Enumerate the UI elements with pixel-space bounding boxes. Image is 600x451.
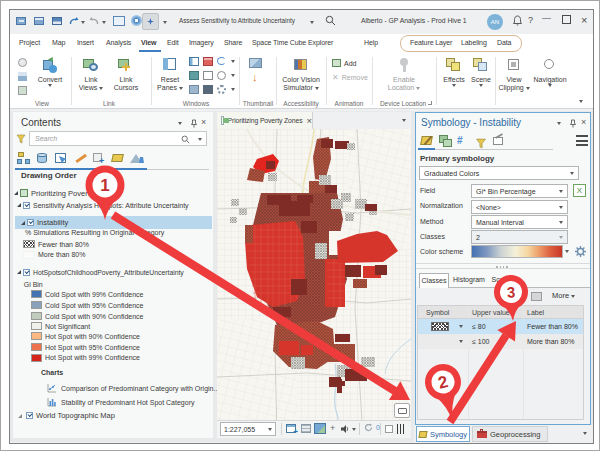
link-views-button[interactable]: LinkViews bbox=[75, 57, 107, 92]
map-tab[interactable]: Prioritizing Poverty Zones × bbox=[217, 112, 313, 129]
maximize-button[interactable] bbox=[562, 15, 571, 24]
normalization-select[interactable]: <None> bbox=[471, 200, 568, 214]
help-button[interactable]: ? bbox=[528, 15, 533, 25]
symbology-menu-icon[interactable] bbox=[576, 135, 588, 146]
tab-help[interactable]: Help bbox=[364, 39, 378, 46]
tab-view[interactable]: View bbox=[141, 39, 156, 46]
minimize-button[interactable]: — bbox=[542, 13, 551, 23]
layer-checkbox[interactable] bbox=[23, 269, 30, 276]
col-label[interactable]: Label bbox=[527, 309, 544, 316]
bottom-tabs-dropdown-icon[interactable] bbox=[583, 432, 587, 435]
more-button[interactable]: More bbox=[552, 291, 575, 300]
scene-button[interactable]: Scene bbox=[469, 57, 493, 87]
command-search-dropdown-icon[interactable] bbox=[310, 21, 314, 24]
map-overflow-button[interactable] bbox=[394, 403, 410, 418]
chart-row-comparison[interactable]: Comparison of Predominant Category with … bbox=[47, 383, 219, 393]
close-button[interactable]: × bbox=[581, 14, 587, 26]
contents-dock-icon[interactable] bbox=[178, 122, 182, 125]
symbology-tab-vary[interactable] bbox=[439, 135, 452, 147]
notifications-bell-icon[interactable] bbox=[512, 15, 523, 27]
qat-overflow-icon[interactable] bbox=[163, 21, 167, 24]
map-scale-select[interactable]: 1:227,055 bbox=[220, 422, 276, 436]
qat-save-icon[interactable] bbox=[52, 17, 62, 25]
windows-row3-dropdown-icon[interactable] bbox=[231, 88, 235, 91]
catalog-pane-icon[interactable] bbox=[189, 71, 199, 80]
legend-row-fewer[interactable]: Fewer than 80% bbox=[23, 239, 89, 249]
map-tabbar-dropdown-icon[interactable] bbox=[402, 119, 406, 122]
status-add-view-icon[interactable]: + bbox=[286, 424, 296, 433]
search-pane-icon[interactable] bbox=[217, 71, 226, 80]
contents-tab-drawing-order[interactable] bbox=[17, 152, 32, 165]
effects-button[interactable]: Effects bbox=[440, 57, 468, 87]
status-speaker-dropdown-icon[interactable] bbox=[352, 428, 356, 431]
tab-imagery[interactable]: Imagery bbox=[189, 39, 214, 46]
symbology-close-icon[interactable]: × bbox=[581, 117, 586, 127]
status-barcode-icon[interactable] bbox=[397, 424, 406, 434]
view-small-icon-1[interactable] bbox=[18, 58, 27, 67]
status-grid-icon[interactable] bbox=[301, 424, 311, 433]
contents-tab-labeling[interactable] bbox=[112, 152, 125, 165]
color-scheme-select[interactable] bbox=[471, 245, 563, 258]
contents-close-icon[interactable]: × bbox=[201, 117, 206, 127]
status-crosshair-icon[interactable]: + bbox=[330, 423, 335, 433]
classes-row-1[interactable]: ≤ 80 Fewer than 80% bbox=[418, 319, 583, 334]
expander-icon[interactable] bbox=[21, 221, 25, 225]
command-search[interactable]: Assess Sensitivity to Attribute Uncertai… bbox=[179, 17, 295, 24]
tab-data[interactable]: Data bbox=[497, 39, 511, 46]
enable-location-button[interactable]: EnableLocation bbox=[379, 57, 429, 92]
map-tab-close-icon[interactable]: × bbox=[306, 115, 312, 126]
symbology-tab-filter[interactable] bbox=[475, 135, 488, 147]
classes-select[interactable]: 2 bbox=[471, 230, 568, 244]
symbology-tab-primary[interactable] bbox=[421, 135, 434, 147]
qat-new-icon[interactable] bbox=[16, 17, 26, 25]
bottom-tab-symbology[interactable]: Symbology bbox=[416, 426, 470, 442]
color-scheme-gear-icon[interactable] bbox=[574, 245, 587, 258]
status-speaker-icon[interactable] bbox=[340, 424, 350, 434]
method-select[interactable]: Manual Interval bbox=[471, 215, 568, 229]
undo-dropdown-icon[interactable] bbox=[81, 21, 85, 24]
thumbnail-icon[interactable] bbox=[249, 58, 262, 68]
contents-tab-data-source[interactable] bbox=[36, 152, 49, 165]
view-small-icon-2[interactable] bbox=[18, 72, 27, 81]
thumbnail-download-icon[interactable]: ↓ bbox=[252, 71, 259, 83]
tab-space-time-cube-explorer[interactable]: Space Time Cube Explorer bbox=[252, 39, 333, 46]
qat-locate-icon[interactable] bbox=[131, 15, 142, 26]
convert-button[interactable]: Convert bbox=[35, 57, 65, 87]
layer-row-group[interactable]: Sensitivity Analysis Hotspots: Attribute… bbox=[17, 200, 189, 210]
contents-search-icon[interactable] bbox=[181, 135, 190, 144]
field-select[interactable]: Gi* Bin Percentage bbox=[471, 184, 568, 198]
expander-icon[interactable] bbox=[17, 270, 21, 274]
tab-classes[interactable]: Classes bbox=[419, 273, 449, 288]
tab-histogram[interactable]: Histogram bbox=[451, 273, 487, 288]
layer-checkbox[interactable] bbox=[23, 202, 30, 209]
windows-row1-dropdown-icon[interactable] bbox=[231, 60, 235, 63]
symbology-tab-labels[interactable] bbox=[493, 135, 506, 147]
legend-row-more[interactable]: More than 80% bbox=[23, 250, 85, 260]
color-scheme-dropdown-icon[interactable] bbox=[565, 250, 569, 253]
legend-row-gibin-4[interactable]: Hot Spot with 90% Confidence bbox=[31, 331, 140, 341]
status-refresh-icon[interactable]: 0 bbox=[364, 423, 380, 434]
navigation-button[interactable]: Navigation bbox=[532, 57, 568, 87]
primary-symbology-select[interactable]: Graduated Colors bbox=[419, 166, 579, 180]
panel-icon-1[interactable] bbox=[189, 85, 199, 94]
tab-analysis[interactable]: Analysis bbox=[106, 39, 131, 46]
explore-tool-button[interactable] bbox=[142, 13, 159, 30]
bottom-tab-geoprocessing[interactable]: Geoprocessing bbox=[472, 426, 548, 442]
refresh-icon[interactable] bbox=[217, 57, 226, 65]
tab-project[interactable]: Project bbox=[19, 39, 40, 46]
legend-row-gibin-5[interactable]: Hot Spot with 95% Confidence bbox=[31, 342, 140, 352]
animation-add-button[interactable]: Add bbox=[332, 58, 356, 68]
expander-icon[interactable] bbox=[14, 191, 18, 195]
map-canvas[interactable] bbox=[217, 129, 411, 438]
tab-insert[interactable]: Insert bbox=[77, 39, 94, 46]
animation-remove-button[interactable]: ✕Remove bbox=[332, 72, 368, 82]
expander-icon[interactable] bbox=[17, 203, 21, 207]
layout-pane-icon[interactable] bbox=[203, 71, 213, 80]
color-vision-simulator-button[interactable]: Color VisionSimulator bbox=[280, 57, 322, 92]
view-clipping-button[interactable]: ViewClipping bbox=[498, 57, 530, 92]
tab-labeling[interactable]: Labeling bbox=[461, 39, 487, 46]
status-thumbnail-icon[interactable] bbox=[314, 423, 326, 434]
reset-panes-button[interactable]: ResetPanes bbox=[155, 57, 185, 92]
gear-icon[interactable] bbox=[217, 85, 226, 94]
contents-tab-editing[interactable] bbox=[74, 152, 87, 165]
